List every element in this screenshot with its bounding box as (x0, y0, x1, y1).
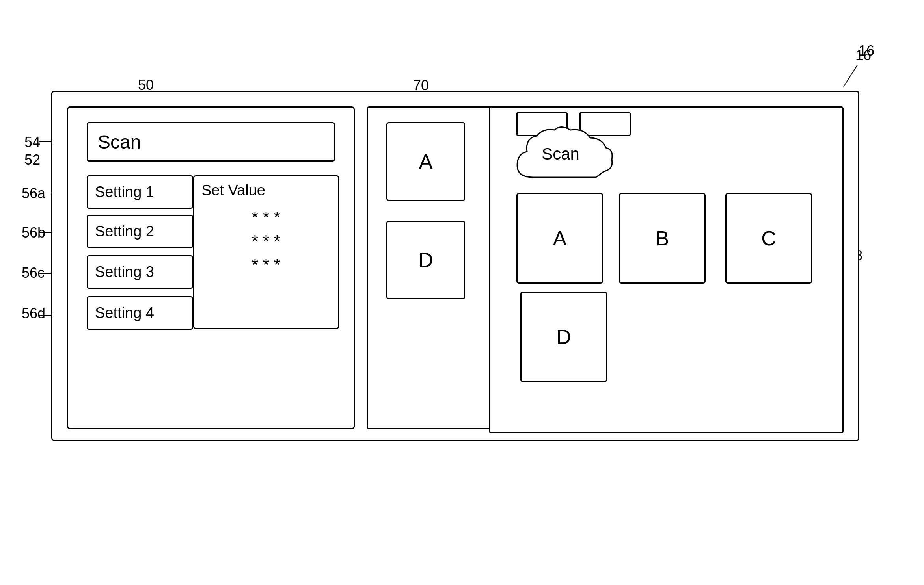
box-inner-c-label: C (761, 227, 776, 250)
box-a-top-label: A (419, 150, 433, 173)
setting2-label: Setting 2 (95, 223, 154, 240)
set-value-line1: * * * (252, 208, 280, 227)
box-inner-d-label: D (556, 325, 571, 349)
set-value-title: Set Value (201, 182, 265, 199)
setting4-button[interactable]: Setting 4 (87, 296, 193, 330)
box-inner-b: B (619, 193, 706, 284)
box-inner-b-label: B (656, 227, 669, 250)
label-56b: 56b (22, 225, 45, 241)
box-inner-a-label: A (553, 227, 567, 250)
box-d-left: D (386, 221, 465, 299)
set-value-line3: * * * (252, 255, 280, 274)
label-16: 16 (859, 43, 874, 59)
svg-line-0 (844, 65, 857, 87)
setting1-label: Setting 1 (95, 184, 154, 201)
scan-label: Scan (98, 131, 141, 153)
scan-button[interactable]: Scan (87, 122, 335, 162)
box-a-top: A (386, 122, 465, 201)
cloud-scan-label: Scan (542, 145, 579, 163)
set-value-line2: * * * (252, 232, 280, 251)
label-56d: 56d (22, 305, 45, 322)
setting2-button[interactable]: Setting 2 (87, 215, 193, 248)
box-d-left-label: D (418, 248, 433, 272)
box-inner-d: D (520, 292, 607, 382)
setting3-button[interactable]: Setting 3 (87, 255, 193, 289)
label-54: 54 (24, 134, 40, 150)
cloud-scan-bubble: Scan (501, 126, 620, 193)
box-inner-c: C (725, 193, 812, 284)
box-inner-a: A (516, 193, 603, 284)
setting4-label: Setting 4 (95, 305, 154, 321)
label-52: 52 (24, 152, 40, 168)
label-56a: 56a (22, 185, 45, 202)
setting3-label: Setting 3 (95, 264, 154, 280)
label-56c: 56c (22, 265, 45, 281)
set-value-box: Set Value * * * * * * * * * (193, 175, 339, 329)
diagram-container: 16 16 50 52 (0, 0, 924, 585)
setting1-button[interactable]: Setting 1 (87, 175, 193, 209)
